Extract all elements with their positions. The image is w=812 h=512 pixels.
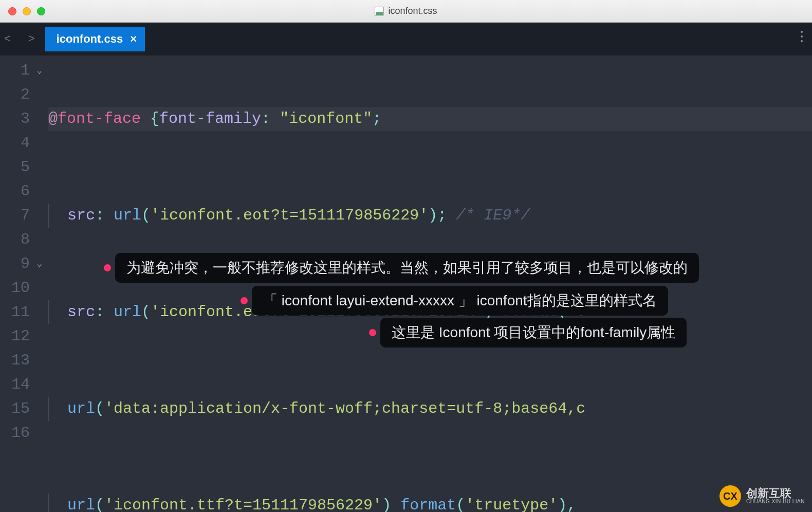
traffic-lights — [8, 7, 45, 15]
fold-icon[interactable]: ⌄ — [33, 252, 42, 276]
code-line[interactable]: url('data:application/x-font-woff;charse… — [48, 397, 812, 421]
annotation-bubble: 为避免冲突，一般不推荐修改这里的样式。当然，如果引用了较多项目，也是可以修改的 — [115, 253, 699, 283]
window-close-button[interactable] — [8, 7, 16, 15]
code-line[interactable]: src: url('iconfont.eot?t=1511179856229')… — [48, 204, 812, 228]
window-minimize-button[interactable] — [23, 7, 31, 15]
code-line[interactable]: url('iconfont.ttf?t=1511179856229') form… — [48, 493, 812, 512]
code-area[interactable]: @font-face {font-family: "iconfont"; src… — [48, 56, 812, 512]
editor-tabbar: < > iconfont.css × — [0, 23, 812, 56]
watermark-logo-icon: CX — [719, 485, 741, 507]
tab-history-nav[interactable]: < > — [4, 33, 40, 46]
annotation-bubble: 「 iconfont layui-extend-xxxxx 」 iconfont… — [252, 286, 668, 316]
window-title-text: iconfont.css — [388, 6, 437, 16]
tab-label: iconfont.css — [57, 32, 123, 46]
window-titlebar: iconfont.css — [0, 0, 812, 23]
window-title: iconfont.css — [0, 6, 812, 16]
watermark-text-en: CHUANG XIN HU LIAN — [746, 499, 805, 505]
code-editor[interactable]: 1⌄ 2 3 4 5 6 7 8 9⌄ 10 11 12 13 14 15 16… — [0, 56, 812, 512]
tab-close-icon[interactable]: × — [130, 32, 137, 46]
tab-iconfont-css[interactable]: iconfont.css × — [45, 27, 145, 51]
watermark-text-zh: 创新互联 — [746, 487, 805, 499]
file-icon — [375, 7, 384, 16]
watermark: CX 创新互联 CHUANG XIN HU LIAN — [719, 485, 805, 507]
editor-more-menu-icon[interactable] — [801, 31, 803, 42]
annotation-bubble: 这里是 Iconfont 项目设置中的font-family属性 — [380, 318, 687, 348]
window-zoom-button[interactable] — [37, 7, 45, 15]
fold-icon[interactable]: ⌄ — [33, 59, 42, 83]
code-line[interactable]: @font-face {font-family: "iconfont"; — [48, 107, 812, 131]
line-number-gutter: 1⌄ 2 3 4 5 6 7 8 9⌄ 10 11 12 13 14 15 16 — [0, 56, 48, 512]
